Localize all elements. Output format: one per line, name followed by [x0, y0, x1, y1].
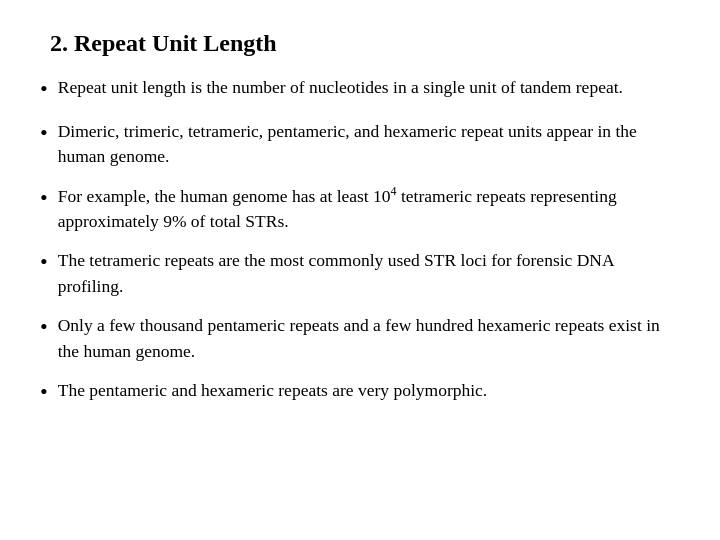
list-item: • Only a few thousand pentameric repeats… — [40, 313, 680, 364]
bullet-text: For example, the human genome has at lea… — [58, 184, 680, 235]
bullet-text: The tetrameric repeats are the most comm… — [58, 248, 680, 299]
list-item: • Repeat unit length is the number of nu… — [40, 75, 680, 105]
bullet-dot: • — [40, 182, 48, 214]
bullet-dot: • — [40, 117, 48, 149]
bullet-text: Dimeric, trimeric, tetrameric, pentameri… — [58, 119, 680, 170]
bullet-dot: • — [40, 311, 48, 343]
slide-title: 2. Repeat Unit Length — [50, 30, 680, 57]
bullet-dot: • — [40, 73, 48, 105]
bullet-text: Only a few thousand pentameric repeats a… — [58, 313, 680, 364]
bullet-dot: • — [40, 246, 48, 278]
bullet-list: • Repeat unit length is the number of nu… — [40, 75, 680, 422]
list-item: • For example, the human genome has at l… — [40, 184, 680, 235]
bullet-text: The pentameric and hexameric repeats are… — [58, 378, 680, 403]
list-item: • The pentameric and hexameric repeats a… — [40, 378, 680, 408]
bullet-text: Repeat unit length is the number of nucl… — [58, 75, 680, 100]
superscript: 4 — [391, 184, 397, 198]
bullet-dot: • — [40, 376, 48, 408]
list-item: • Dimeric, trimeric, tetrameric, pentame… — [40, 119, 680, 170]
slide-container: 2. Repeat Unit Length • Repeat unit leng… — [0, 0, 720, 540]
list-item: • The tetrameric repeats are the most co… — [40, 248, 680, 299]
